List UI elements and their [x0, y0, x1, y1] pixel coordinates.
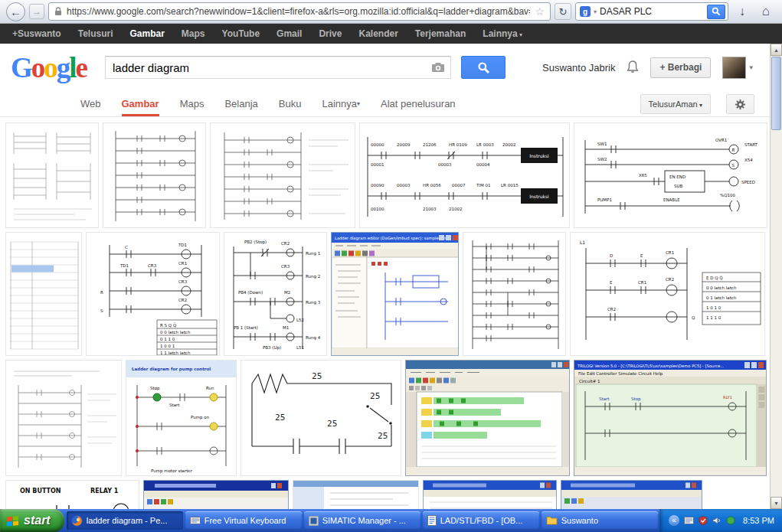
antivirus-tray-icon[interactable] [699, 516, 708, 525]
safesearch-button[interactable]: TelusurAman [640, 94, 711, 114]
task-simatic-manager[interactable]: SIMATIC Manager - ... [304, 511, 420, 530]
thumbnail-art [211, 123, 355, 228]
browser-search-box[interactable]: DASAR PLC [575, 2, 728, 21]
task-lad-stl-fbd[interactable]: LAD/STL/FBD - [OB... [423, 511, 539, 530]
diagram-label: HR 0109 [449, 142, 467, 147]
diagram-label: 25 [327, 419, 337, 428]
engine-dropdown-icon[interactable] [594, 8, 597, 15]
camera-icon[interactable] [432, 63, 444, 72]
bookmark-star-icon[interactable] [535, 6, 545, 17]
notifications-bell-icon[interactable] [627, 60, 639, 74]
image-result[interactable] [405, 360, 570, 476]
reload-button[interactable] [555, 3, 571, 20]
tab-buku[interactable]: Buku [279, 91, 302, 116]
search-button[interactable] [461, 56, 506, 79]
image-result[interactable]: TRiLOGI Version 5.0 - [C:\TRiLOGI\TL5\us… [574, 360, 767, 476]
diagram-table-row: 1 1 latch latch [160, 351, 191, 355]
thumbnail-art [424, 481, 557, 511]
diagram-label: L1 [580, 240, 585, 245]
gbar-item-gmail[interactable]: Gmail [276, 28, 302, 39]
image-result[interactable] [210, 122, 355, 228]
url-text[interactable]: https://www.google.com/search?newwindow=… [67, 6, 530, 17]
task-label: LAD/STL/FBD - [OB... [440, 516, 523, 525]
diagram-label: ENABLE [663, 197, 680, 202]
image-result[interactable]: Ladder diagram for pump control Stop Run… [126, 360, 237, 476]
google-bar: +Suswanto Telusuri Gambar Maps YouTube G… [0, 24, 782, 44]
image-result[interactable]: ON BUTTON RELAY 1 [5, 480, 139, 511]
results-row-2: C TD1 TD1 CR3 CR1 R CR3 S CR2 R S Q Q̄ 0… [5, 232, 770, 356]
gbar-item-terjemahan[interactable]: Terjemahan [415, 28, 466, 39]
share-button[interactable]: + Berbagi [650, 57, 711, 78]
tab-lainnya[interactable]: Lainnya [322, 91, 360, 116]
image-result[interactable] [561, 480, 702, 511]
diagram-label: 00007 [452, 183, 466, 188]
collapse-tray-icon[interactable] [669, 515, 679, 526]
page-scrollbar[interactable] [770, 44, 782, 509]
image-result[interactable]: C TD1 TD1 CR3 CR1 R CR3 S CR2 R S Q Q̄ 0… [86, 232, 220, 356]
gbar-item-lainnya[interactable]: Lainnya [483, 28, 522, 39]
task-suswanto-folder[interactable]: Suswanto [542, 511, 658, 530]
logo-letter: g [57, 52, 70, 83]
status-tray-icon[interactable] [726, 516, 735, 525]
search-go-button[interactable] [707, 5, 725, 19]
image-result[interactable] [5, 232, 82, 356]
image-result[interactable] [293, 480, 419, 511]
image-result[interactable] [143, 480, 289, 511]
image-result[interactable] [423, 480, 557, 511]
gbar-item-drive[interactable]: Drive [319, 28, 342, 39]
gbar-item-telusuri[interactable]: Telusuri [78, 28, 113, 39]
avatar[interactable] [722, 57, 746, 79]
google-logo[interactable]: Google [11, 54, 87, 82]
diagram-label: 00004 [476, 162, 490, 167]
account-menu[interactable] [722, 57, 753, 79]
gbar-item-kalender[interactable]: Kalender [358, 28, 398, 39]
diagram-label: Rung 2 [306, 274, 320, 279]
task-virtual-keyboard[interactable]: Free Virtual Keyboard [185, 511, 302, 530]
image-result[interactable]: PB2 (Stop) CR2 CR3 PB4 (Down) M2 L52 PB … [224, 232, 327, 356]
diagram-label: 21003 [423, 207, 437, 211]
diagram-label: S [100, 308, 103, 313]
image-result[interactable]: Ladder diagram editor (DaGen/Imbud spec)… [331, 232, 459, 356]
diagram-label: 25 [370, 391, 380, 400]
gbar-item-maps[interactable]: Maps [182, 28, 205, 39]
thumbnail-art [6, 361, 122, 476]
image-result[interactable] [463, 232, 566, 356]
scroll-down-button[interactable] [771, 497, 782, 509]
result-type-tabs: Web Gambar Maps Belanja Buku Lainnya Ala… [0, 91, 782, 117]
settings-button[interactable] [726, 94, 754, 114]
tab-web[interactable]: Web [80, 91, 101, 116]
gbar-item-gambar[interactable]: Gambar [129, 28, 164, 39]
image-result[interactable] [5, 122, 99, 228]
tab-gambar[interactable]: Gambar [122, 91, 159, 116]
back-button[interactable] [6, 2, 25, 21]
tab-alat-penelusuran[interactable]: Alat penelusuran [381, 91, 456, 116]
image-result[interactable] [103, 122, 206, 228]
image-result[interactable] [5, 360, 122, 476]
user-name[interactable]: Suswanto Jabrik [542, 62, 615, 73]
task-firefox[interactable]: ladder diagram - Pe... [67, 511, 183, 530]
diagram-label: CR1 [178, 261, 187, 266]
results-row-1: Instruksi Instruksi 00000 20009 21206 HR… [5, 122, 770, 228]
image-result[interactable]: 25 25 25 25 25 [240, 360, 401, 476]
search-input[interactable] [105, 56, 451, 79]
gbar-item-plus-suswanto[interactable]: +Suswanto [12, 28, 61, 39]
task-label: Suswanto [561, 516, 598, 525]
gbar-item-youtube[interactable]: YouTube [222, 28, 260, 39]
downloads-button[interactable] [732, 2, 752, 21]
forward-button[interactable] [29, 4, 44, 19]
start-button[interactable]: start [0, 509, 64, 532]
tab-maps[interactable]: Maps [180, 91, 204, 116]
scroll-up-button[interactable] [771, 44, 782, 56]
scrollbar-thumb[interactable] [771, 57, 781, 130]
keyboard-tray-icon[interactable] [684, 517, 694, 524]
image-result[interactable]: SW1 SW2 OVR1 START R X54 S EN END SUB X6… [574, 122, 767, 228]
volume-tray-icon[interactable] [712, 516, 721, 525]
image-result[interactable]: L1 D E CR1 E CR1 CR2 CR2 Q E D Q Q [570, 232, 765, 356]
diagram-label: 20009 [397, 142, 411, 147]
address-bar[interactable]: https://www.google.com/search?newwindow=… [48, 2, 551, 21]
tab-belanja[interactable]: Belanja [224, 91, 257, 116]
home-button[interactable] [756, 2, 776, 21]
image-result[interactable]: Instruksi Instruksi 00000 20009 21206 HR… [359, 122, 570, 228]
diagram-label: OVR1 [715, 138, 727, 142]
browser-search-value[interactable]: DASAR PLC [600, 6, 704, 17]
